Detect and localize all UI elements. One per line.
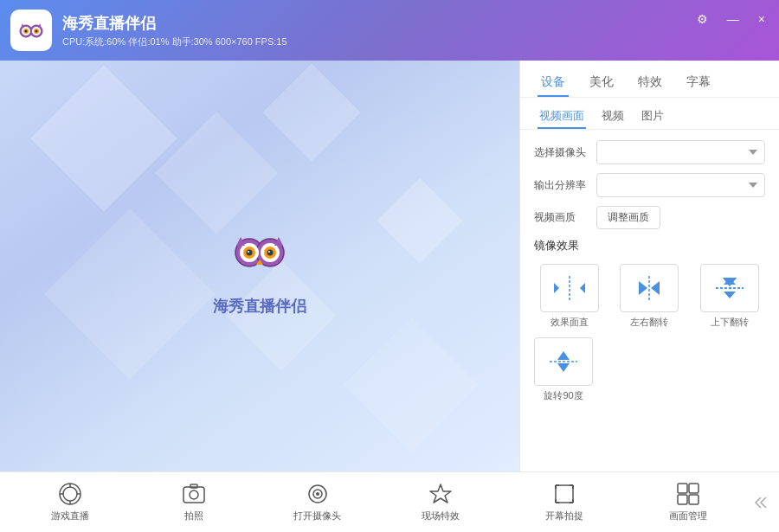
mirror-normal-label: 效果面直	[550, 316, 589, 329]
svg-rect-52	[556, 485, 573, 503]
svg-point-50	[316, 492, 319, 496]
manage-label: 画面管理	[669, 510, 707, 522]
toolbar-camera[interactable]: 打开摄像头	[255, 475, 379, 529]
quality-row: 视频画质 调整画质	[534, 206, 765, 229]
svg-marker-51	[430, 484, 451, 503]
main-area: 海秀直播伴侣 设备 美化 特效 字幕 视频画面 视频 图片 选择摄像头	[0, 61, 779, 471]
svg-point-8	[35, 30, 38, 33]
photo-icon	[182, 482, 206, 506]
camera-label: 选择摄像头	[534, 145, 596, 160]
bottom-toolbar: 游戏直播 拍照 打开摄像头 现场特效	[0, 471, 779, 532]
settings-btn[interactable]: ⚙	[692, 10, 713, 28]
mirror-vertical[interactable]: 上下翻转	[694, 264, 765, 329]
svg-rect-63	[678, 495, 687, 504]
mirror-section-title: 镜像效果	[534, 238, 765, 253]
svg-marker-36	[557, 351, 570, 360]
capture-label: 开幕拍捉	[545, 510, 583, 522]
manage-icon	[676, 482, 700, 506]
mirror-horizontal-box[interactable]	[620, 264, 679, 312]
preview-logo: 海秀直播伴侣	[213, 216, 306, 317]
tab-subtitle[interactable]: 字幕	[683, 69, 714, 97]
subtab-video[interactable]: 视频	[600, 105, 626, 129]
svg-point-40	[63, 487, 77, 501]
svg-marker-28	[639, 281, 647, 295]
svg-rect-47	[190, 484, 197, 488]
toolbar-manage[interactable]: 画面管理	[626, 475, 750, 529]
resolution-select[interactable]	[596, 173, 765, 197]
app-subtitle: CPU:系统:60% 伴侣:01% 助手:30% 600×760 FPS:15	[62, 35, 287, 48]
svg-marker-35	[724, 292, 736, 298]
sub-tabs: 视频画面 视频 图片	[520, 98, 779, 130]
svg-point-19	[248, 251, 249, 253]
live-icon	[428, 482, 453, 506]
mirror-horizontal[interactable]: 左右翻转	[614, 264, 685, 329]
svg-point-17	[247, 249, 253, 255]
svg-point-46	[190, 490, 198, 499]
camera-row: 选择摄像头	[534, 140, 765, 164]
svg-marker-26	[580, 283, 585, 293]
game-icon	[58, 482, 82, 506]
svg-point-18	[267, 249, 274, 255]
close-btn[interactable]: ×	[753, 10, 770, 28]
settings-area: 选择摄像头 输出分辨率 视频画质 调整画质 镜像效果	[520, 130, 779, 471]
minimize-btn[interactable]: —	[722, 10, 744, 28]
quality-label: 视频画质	[534, 210, 596, 225]
live-label: 现场特效	[422, 510, 460, 522]
resolution-label: 输出分辨率	[534, 178, 596, 193]
app-logo	[10, 10, 52, 51]
preview-title: 海秀直播伴侣	[213, 296, 306, 317]
tab-beauty[interactable]: 美化	[586, 69, 617, 97]
rotate-grid: 旋转90度	[534, 337, 765, 402]
mirror-normal[interactable]: 效果面直	[534, 264, 605, 329]
mirror-rotate[interactable]: 旋转90度	[534, 337, 593, 402]
quality-btn[interactable]: 调整画质	[596, 206, 660, 229]
toolbar-capture[interactable]: 开幕拍捉	[503, 475, 627, 529]
title-bar: 海秀直播伴侣 CPU:系统:60% 伴侣:01% 助手:30% 600×760 …	[0, 0, 779, 61]
game-label: 游戏直播	[51, 510, 89, 522]
mirror-horizontal-icon	[632, 274, 666, 302]
camera-select[interactable]	[596, 140, 765, 164]
camera-label-bottom: 打开摄像头	[293, 510, 341, 522]
tab-effects[interactable]: 特效	[634, 69, 666, 97]
photo-label: 拍照	[184, 510, 203, 522]
top-tabs: 设备 美化 特效 字幕	[520, 61, 779, 98]
svg-rect-62	[689, 484, 699, 493]
logo-icon	[15, 14, 48, 47]
svg-marker-29	[651, 281, 660, 295]
svg-marker-25	[554, 283, 559, 293]
tab-device[interactable]: 设备	[538, 69, 569, 97]
resolution-row: 输出分辨率	[534, 173, 765, 197]
subtab-image[interactable]: 图片	[640, 105, 666, 129]
toolbar-game[interactable]: 游戏直播	[9, 475, 132, 529]
camera-icon	[306, 482, 330, 506]
subtab-video-frame[interactable]: 视频画面	[538, 105, 586, 129]
svg-point-20	[268, 251, 270, 253]
toolbar-live[interactable]: 现场特效	[379, 475, 503, 529]
mirror-rotate-box[interactable]	[534, 337, 593, 386]
svg-rect-45	[183, 487, 204, 503]
mirror-normal-box[interactable]	[540, 264, 599, 312]
mirror-horizontal-label: 左右翻转	[630, 316, 668, 329]
toolbar-photo[interactable]: 拍照	[132, 475, 256, 529]
more-btn[interactable]	[750, 494, 770, 511]
svg-rect-61	[678, 484, 687, 493]
preview-panel: 海秀直播伴侣	[0, 61, 519, 471]
mirror-grid: 效果面直 左右翻转	[534, 264, 765, 329]
app-title: 海秀直播伴侣	[62, 13, 287, 34]
svg-rect-64	[689, 495, 699, 504]
mirror-rotate-label: 旋转90度	[544, 389, 583, 402]
capture-icon	[552, 482, 576, 506]
svg-marker-37	[557, 363, 570, 372]
mirror-normal-icon	[552, 274, 587, 302]
svg-point-7	[25, 30, 28, 33]
window-controls: ⚙ — ×	[692, 10, 770, 28]
more-chevrons-icon	[752, 494, 768, 511]
mirror-vertical-icon	[712, 274, 747, 302]
mirror-vertical-label: 上下翻转	[711, 316, 749, 329]
mirror-vertical-box[interactable]	[700, 264, 759, 312]
right-panel: 设备 美化 特效 字幕 视频画面 视频 图片 选择摄像头 输出分辨率	[519, 61, 779, 471]
mirror-rotate-icon	[546, 348, 581, 375]
title-text-block: 海秀直播伴侣 CPU:系统:60% 伴侣:01% 助手:30% 600×760 …	[62, 13, 287, 48]
preview-owl-icon	[225, 216, 294, 285]
